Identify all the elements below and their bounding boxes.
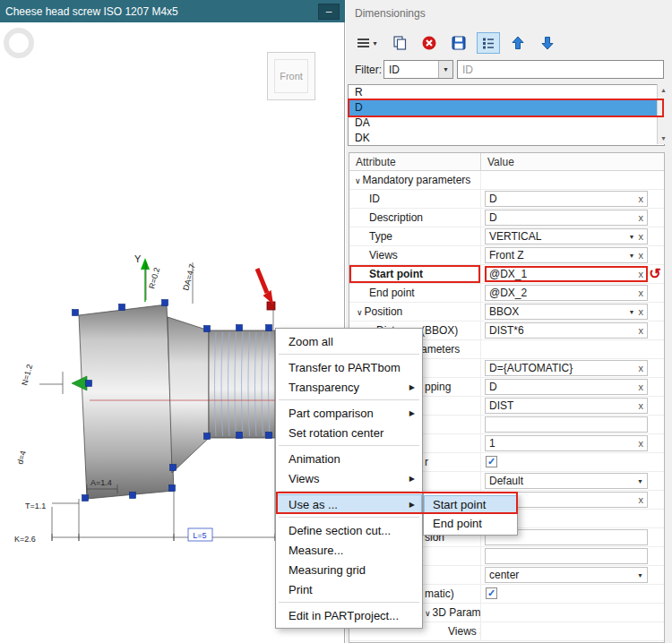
menu-item-transfer-to-partbom[interactable]: Transfer to PARTbom (276, 357, 422, 377)
menu-item-use-as[interactable]: Use as ...▶ (276, 494, 422, 514)
list-view-icon[interactable] (477, 32, 500, 54)
clear-value-button[interactable]: x (639, 250, 644, 261)
value-checkbox[interactable]: ✓ (486, 456, 497, 467)
list-scrollbar[interactable]: ▲ ▼ (657, 84, 669, 144)
direction-marker-icon[interactable] (72, 376, 87, 390)
dropdown-arrow-icon[interactable]: ▼ (629, 309, 635, 315)
grid-section-row[interactable]: ∨Mandatory parameters (349, 171, 664, 190)
minimize-button[interactable]: – (318, 4, 340, 20)
value-field[interactable]: @DX_1x (485, 266, 648, 282)
value-cell: @DX_1x↺ (481, 265, 664, 283)
clear-value-button[interactable]: x (639, 212, 644, 223)
dropdown-arrow-icon[interactable]: ▼ (629, 253, 635, 259)
filter-combo-value: ID (389, 64, 438, 76)
view-options-icon[interactable]: ▾ (351, 32, 382, 54)
attribute-cell: ∨Position (349, 303, 481, 321)
value-checkbox[interactable]: ✓ (486, 587, 497, 599)
clear-value-button[interactable]: x (639, 231, 644, 242)
dimension-list-item[interactable]: R (349, 85, 664, 100)
clear-value-button[interactable]: x (639, 438, 644, 449)
view-cube[interactable]: Front (267, 52, 315, 100)
grid-row[interactable]: Start point@DX_1x↺ (349, 265, 664, 284)
scroll-down-icon[interactable]: ▼ (660, 135, 667, 141)
value-field[interactable]: @DX_2x (485, 285, 648, 301)
submenu-item-end-point[interactable]: End point (424, 514, 517, 533)
clear-value-button[interactable]: x (639, 325, 644, 336)
collapse-chevron-icon[interactable]: ∨ (357, 308, 363, 317)
dimension-list-item[interactable]: D (349, 100, 664, 116)
value-combo[interactable]: VERTICAL▼x (485, 228, 648, 244)
clear-value-button[interactable]: x (639, 269, 644, 279)
grid-row[interactable]: ∨PositionBBOX▼x (349, 303, 664, 322)
dimension-list-item[interactable]: DK (349, 131, 664, 146)
clear-value-button[interactable]: x (639, 382, 644, 392)
menu-item-transparency[interactable]: Transparency▶ (276, 377, 422, 397)
dropdown-arrow-icon[interactable]: ▼ (438, 61, 452, 78)
value-field[interactable]: 1x (485, 435, 648, 451)
clear-value-button[interactable]: x (639, 193, 644, 204)
dimension-label-r: R=0.2 (147, 266, 161, 289)
dimension-list[interactable]: RDDADK (348, 84, 665, 146)
menu-item-set-rotation-center[interactable]: Set rotation center (276, 423, 422, 442)
attribute-label: Position (365, 305, 403, 318)
value-field[interactable]: D={AUTOMATIC}x (485, 360, 648, 376)
value-cell: Dx (481, 209, 664, 227)
menu-item-zoom-all[interactable]: Zoom all (276, 331, 422, 351)
move-down-icon[interactable] (536, 32, 559, 54)
clear-value-button[interactable]: x (639, 306, 644, 317)
screw-neck[interactable] (168, 317, 209, 473)
value-field[interactable] (485, 548, 648, 564)
value-combo[interactable]: center▼ (485, 567, 648, 583)
menu-item-measure[interactable]: Measure... (276, 540, 422, 560)
scroll-up-icon[interactable]: ▲ (660, 87, 667, 93)
grid-row[interactable]: End point@DX_2x (349, 284, 664, 303)
copy-icon[interactable] (388, 32, 411, 54)
clear-value-button[interactable]: x (639, 494, 644, 505)
clear-value-button[interactable]: x (639, 363, 644, 373)
clear-value-button[interactable]: x (639, 400, 644, 411)
grid-row[interactable]: TypeVERTICAL▼x (349, 227, 664, 246)
collapse-chevron-icon[interactable]: ∨ (425, 609, 431, 618)
grid-row[interactable]: ViewsFront Z▼x (349, 246, 664, 265)
start-point-handle[interactable] (267, 302, 275, 310)
value-field[interactable]: Dx (485, 210, 648, 226)
value-field[interactable]: Dx (485, 191, 648, 207)
menu-item-measuring-grid[interactable]: Measuring grid (276, 560, 422, 579)
value-cell: BBOX▼x (481, 303, 664, 321)
menu-item-edit-in-partproject[interactable]: Edit in PARTproject... (276, 605, 422, 625)
delete-icon[interactable] (418, 32, 441, 54)
value-field[interactable]: Dx (485, 379, 648, 395)
collapse-chevron-icon[interactable]: ∨ (355, 176, 361, 185)
menu-item-label: Zoom all (289, 335, 415, 348)
submenu-item-start-point[interactable]: Start point (424, 495, 517, 514)
value-combo[interactable]: Front Z▼x (485, 247, 648, 263)
dropdown-arrow-icon[interactable]: ▼ (637, 478, 643, 484)
screw-model[interactable] (79, 304, 280, 499)
menu-item-animation[interactable]: Animation (276, 449, 422, 468)
dimension-list-item[interactable]: DA (349, 116, 664, 131)
filter-combo[interactable]: ID ▼ (383, 60, 453, 79)
menu-item-print[interactable]: Print (276, 579, 422, 599)
value-combo[interactable]: Default▼ (485, 473, 648, 489)
value-combo[interactable]: BBOX▼x (485, 304, 648, 320)
save-icon[interactable] (447, 32, 470, 54)
value-field[interactable] (485, 416, 648, 433)
reset-value-icon[interactable]: ↺ (648, 265, 662, 282)
screw-head[interactable] (79, 304, 174, 499)
value-cell: VERTICAL▼x (481, 227, 664, 245)
grid-row[interactable]: IDDx (349, 190, 664, 209)
value-text: DIST*6 (489, 324, 635, 337)
filter-input[interactable] (457, 60, 664, 79)
menu-item-views[interactable]: Views▶ (276, 468, 422, 488)
menu-item-part-comparison[interactable]: Part comparison▶ (276, 403, 422, 423)
value-field[interactable]: DIST*6x (485, 322, 648, 339)
dropdown-arrow-icon[interactable]: ▼ (629, 234, 635, 240)
attribute-label: pping (425, 381, 451, 393)
dropdown-arrow-icon[interactable]: ▼ (637, 572, 643, 579)
value-cell (481, 340, 664, 358)
clear-value-button[interactable]: x (639, 287, 644, 298)
move-up-icon[interactable] (506, 32, 530, 54)
value-field[interactable]: DISTx (485, 398, 648, 414)
menu-item-define-section-cut[interactable]: Define section cut... (276, 520, 422, 540)
grid-row[interactable]: DescriptionDx (349, 209, 664, 227)
